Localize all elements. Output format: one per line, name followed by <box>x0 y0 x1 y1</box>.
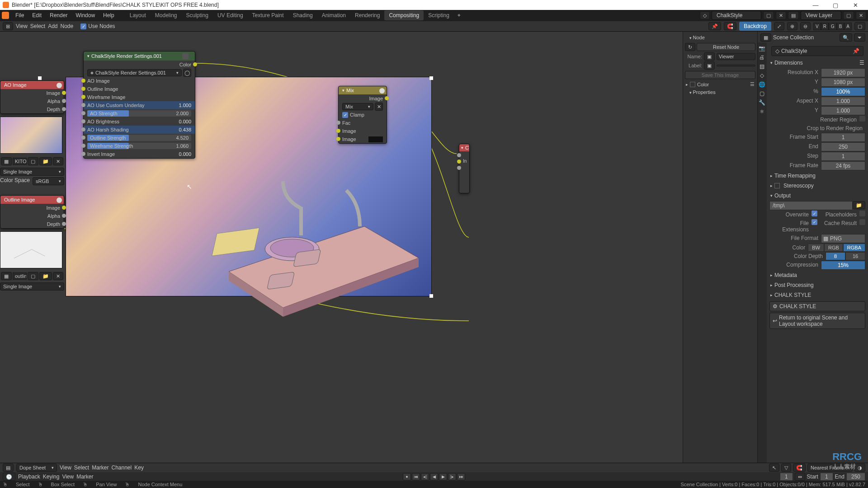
play-rev-icon[interactable]: ◀ <box>430 473 438 480</box>
section-dimensions[interactable]: ▾Dimensions☰ <box>769 58 865 68</box>
res-x[interactable]: 1920 px <box>821 68 865 77</box>
image-icon[interactable]: ▦ <box>1 157 12 165</box>
menu-window[interactable]: Window <box>72 11 99 20</box>
checkbox-icon[interactable]: ✓ <box>342 112 348 118</box>
menu-icon[interactable]: ☰ <box>750 81 755 87</box>
editor-type-icon[interactable]: ▦ <box>760 33 771 42</box>
tab-compositing[interactable]: Compositing <box>384 10 424 20</box>
checkbox[interactable] <box>690 82 695 87</box>
tab-modeling[interactable]: Modeling <box>151 10 182 20</box>
preview-icon[interactable] <box>57 83 62 88</box>
mode-r[interactable]: R <box>821 23 829 30</box>
menu-icon[interactable]: ☰ <box>859 60 864 66</box>
tab-animation[interactable]: Animation <box>317 10 350 20</box>
label-input[interactable] <box>717 65 755 66</box>
menu-add[interactable]: Add <box>48 23 57 29</box>
clip-icon[interactable]: ▢ <box>854 22 865 30</box>
unlink-icon[interactable]: ✕ <box>53 272 63 280</box>
menu-render[interactable]: Render <box>46 11 71 20</box>
menu-help[interactable]: Help <box>99 11 118 20</box>
dopesheet-mode[interactable]: Dope Sheet▾ <box>16 464 57 472</box>
image-type[interactable]: Single Image▾ <box>0 282 64 291</box>
collapse-icon[interactable]: ▾ <box>461 145 463 150</box>
aspect-x[interactable]: 1.000 <box>821 97 865 106</box>
compression[interactable]: 15% <box>821 261 865 270</box>
depth-8[interactable]: 8 <box>826 252 845 260</box>
scene-new[interactable]: ▢ <box>763 11 774 19</box>
physics-tab-icon[interactable]: ⚛ <box>758 108 766 116</box>
return-workspace-button[interactable]: ↩Return to original Scene and Layout wor… <box>769 313 865 329</box>
node-input-row[interactable]: Invert Image0.000 <box>84 150 195 158</box>
tool-tab-icon[interactable]: 🔧 <box>758 99 766 107</box>
node-output[interactable]: ▾C In <box>459 144 470 193</box>
file-picker[interactable]: ▦ outline.png ▢ 📁 ✕ <box>0 271 64 281</box>
zoom-out-icon[interactable]: ⊖ <box>800 22 811 30</box>
checkbox[interactable] <box>774 183 780 188</box>
new-icon[interactable]: ▢ <box>28 272 38 280</box>
editor-type-icon[interactable]: ⊞ <box>3 22 13 30</box>
section-output[interactable]: ▾Output <box>769 191 865 201</box>
scene-delete[interactable]: ✕ <box>776 11 786 19</box>
menu-key[interactable]: Key <box>134 465 144 471</box>
filter-icon[interactable]: ⏷ <box>854 33 865 42</box>
checkbox[interactable]: ✓ <box>811 211 817 216</box>
node-editor[interactable]: AO Image Image Alpha Depth ▦ KITOPSfre… … <box>0 32 683 463</box>
scene-icon[interactable]: ◇ <box>700 11 710 19</box>
collapse-icon[interactable]: ▾ <box>342 88 344 93</box>
jump-end-icon[interactable]: ⏭ <box>457 473 465 480</box>
node-input-row[interactable]: AO Use Custom Underlay1.000 <box>84 101 195 109</box>
blender-icon[interactable] <box>2 12 9 19</box>
viewlayer-tab-icon[interactable]: ▤ <box>758 62 766 70</box>
node-outline-image[interactable]: Outline Image Image Alpha Depth <box>0 195 64 229</box>
menu-view[interactable]: View <box>62 474 74 480</box>
colorspace-picker[interactable]: sRGB▾ <box>33 177 64 185</box>
section-stereo[interactable]: ▸Stereoscopy <box>769 181 865 191</box>
node-input-row[interactable]: Outline Image <box>84 85 195 93</box>
record-icon[interactable]: ● <box>403 473 411 480</box>
filter-icon[interactable]: ▽ <box>781 464 791 472</box>
node-header[interactable]: ▾ Mix <box>339 86 387 94</box>
pin-icon[interactable]: 📌 <box>708 22 721 30</box>
range-icon[interactable]: ⇔ <box>795 473 805 481</box>
backdrop-button[interactable]: Backdrop <box>739 22 771 31</box>
aspect-y[interactable]: 1.000 <box>821 106 865 115</box>
node-input-row[interactable]: AO Strength2.000 <box>84 109 195 117</box>
menu-node[interactable]: Node <box>61 23 74 29</box>
viewlayer-picker[interactable]: View Layer <box>801 11 841 20</box>
zoom-fit-icon[interactable]: ⤢ <box>774 22 784 30</box>
header-properties[interactable]: Properties <box>685 88 755 96</box>
node-ao-image[interactable]: AO Image Image Alpha Depth <box>0 80 64 114</box>
section-time-remap[interactable]: ▸Time Remapping <box>769 171 865 181</box>
bw-button[interactable]: BW <box>808 244 824 252</box>
color-swatch[interactable] <box>368 136 383 142</box>
tab-uv[interactable]: UV Editing <box>213 10 248 20</box>
open-icon[interactable]: 📁 <box>39 157 52 165</box>
node-input-row[interactable]: AO Harsh Shading0.438 <box>84 126 195 134</box>
node-header[interactable]: ▾C <box>459 144 469 151</box>
checkbox[interactable]: ✓ <box>811 219 817 225</box>
mode-b[interactable]: B <box>837 23 844 30</box>
mode-v[interactable]: V <box>813 23 821 30</box>
pin-icon[interactable]: 📌 <box>853 48 859 54</box>
node-input-row[interactable]: AO Brightness0.000 <box>84 117 195 126</box>
play-icon[interactable]: ▶ <box>439 473 447 480</box>
image-icon[interactable]: ▦ <box>1 272 12 280</box>
collapse-icon[interactable]: ▾ <box>87 54 90 58</box>
checkbox[interactable] <box>859 116 865 122</box>
use-nodes-toggle[interactable]: ✓ Use Nodes <box>80 23 115 29</box>
frame-rate[interactable]: 24 fps <box>821 161 865 170</box>
res-y[interactable]: 1080 px <box>821 78 865 87</box>
checkbox[interactable] <box>859 219 865 225</box>
node-input-row[interactable]: AO Image <box>84 77 195 85</box>
name-input[interactable]: Viewer <box>717 53 755 60</box>
image-type[interactable]: Single Image▾ <box>0 168 64 176</box>
file-picker[interactable]: ▦ KITOPSfre… ▢ 📁 ✕ <box>0 156 64 166</box>
editor-type-icon[interactable]: 🕒 <box>3 473 15 481</box>
section-postproc[interactable]: ▸Post Processing <box>769 280 865 290</box>
unlink-icon[interactable]: ✕ <box>53 157 63 165</box>
editor-type-icon[interactable]: ▤ <box>3 464 14 472</box>
prev-key-icon[interactable]: ◂| <box>421 473 429 480</box>
viewlayer-icon[interactable]: ▤ <box>788 11 799 19</box>
window-close[interactable]: ✕ <box>845 2 865 9</box>
mode-a[interactable]: A <box>844 23 852 30</box>
